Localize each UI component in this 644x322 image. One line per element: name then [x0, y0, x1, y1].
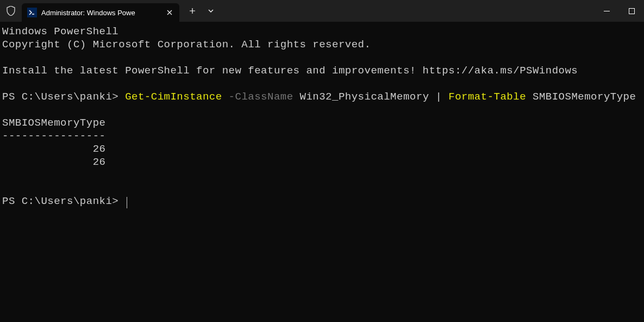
minimize-button[interactable]: [594, 0, 619, 22]
output-divider: ----------------: [2, 130, 105, 142]
tab-dropdown-button[interactable]: [202, 2, 220, 20]
titlebar-left: Administrator: Windows Powe: [0, 0, 220, 22]
cmdlet-name: Get-CimInstance: [125, 91, 222, 103]
parameter-value: Win32_PhysicalMemory |: [293, 91, 449, 103]
header-text: Windows PowerShell: [2, 26, 118, 38]
parameter-value: SMBIOSMemoryType: [526, 91, 636, 103]
powershell-icon: [27, 8, 37, 17]
text-cursor: [127, 197, 127, 208]
tab-close-button[interactable]: [165, 8, 174, 17]
svg-rect-1: [629, 8, 634, 14]
output-column-header: SMBIOSMemoryType: [2, 117, 105, 129]
tab-title: Administrator: Windows Powe: [41, 9, 161, 17]
window-controls: [594, 0, 644, 22]
prompt-prefix: PS C:\Users\panki>: [2, 195, 118, 207]
copyright-text: Copyright (C) Microsoft Corporation. All…: [2, 39, 371, 51]
parameter-name: -ClassName: [222, 91, 293, 103]
terminal-output[interactable]: Windows PowerShell Copyright (C) Microso…: [0, 22, 644, 211]
window-titlebar: Administrator: Windows Powe: [0, 0, 644, 22]
output-row: 26: [2, 156, 105, 168]
cmdlet-name: Format-Table: [448, 91, 526, 103]
install-message: Install the latest PowerShell for new fe…: [2, 65, 578, 77]
output-row: 26: [2, 143, 105, 155]
admin-shield-icon: [0, 0, 22, 22]
new-tab-button[interactable]: [183, 2, 202, 20]
prompt-prefix: PS C:\Users\panki>: [2, 91, 125, 103]
maximize-button[interactable]: [619, 0, 644, 22]
active-tab[interactable]: Administrator: Windows Powe: [22, 3, 179, 22]
